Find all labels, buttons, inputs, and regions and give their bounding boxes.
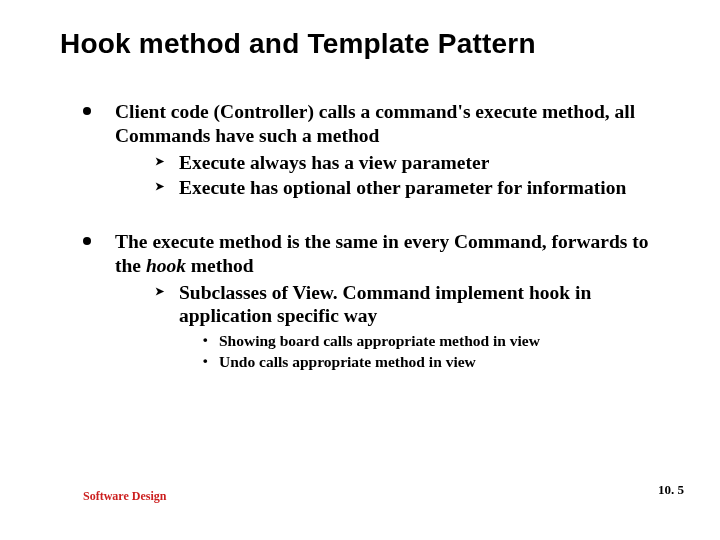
- bullet-2-child-1-text: Subclasses of View. Command implement ho…: [179, 282, 591, 327]
- bullet-2-grandchild-2-text: Undo calls appropriate method in view: [219, 353, 476, 370]
- bullet-1-text: Client code (Controller) calls a command…: [115, 101, 635, 146]
- chevron-icon: ➤: [155, 285, 164, 298]
- bullet-icon: •: [203, 353, 208, 369]
- bullet-icon: •: [203, 332, 208, 348]
- bullet-2-grandchild-1-text: Showing board calls appropriate method i…: [219, 332, 540, 349]
- slide-number: 10. 5: [658, 482, 684, 498]
- bullet-2-grandchildren: • Showing board calls appropriate method…: [115, 332, 663, 372]
- bullet-2-part2: method: [186, 255, 254, 276]
- dot-icon: [83, 237, 91, 245]
- page-title: Hook method and Template Pattern: [60, 28, 536, 60]
- bullet-1: Client code (Controller) calls a command…: [83, 100, 663, 200]
- bullet-2-child-1: ➤ Subclasses of View. Command implement …: [115, 281, 663, 329]
- bullet-1-child-1-text: Execute always has a view parameter: [179, 152, 489, 173]
- bullet-2-grandchild-1: • Showing board calls appropriate method…: [115, 332, 663, 351]
- chevron-icon: ➤: [155, 155, 164, 168]
- chevron-icon: ➤: [155, 180, 164, 193]
- bullet-2-children: ➤ Subclasses of View. Command implement …: [115, 281, 663, 372]
- bullet-2-grandchild-2: • Undo calls appropriate method in view: [115, 353, 663, 372]
- content-body: Client code (Controller) calls a command…: [83, 100, 663, 378]
- bullet-1-child-1: ➤ Execute always has a view parameter: [115, 151, 663, 175]
- bullet-1-child-2: ➤ Execute has optional other parameter f…: [115, 176, 663, 200]
- bullet-1-child-2-text: Execute has optional other parameter for…: [179, 177, 626, 198]
- bullet-2-hook-word: hook: [146, 255, 186, 276]
- footer-left: Software Design: [83, 489, 166, 504]
- slide: Hook method and Template Pattern Client …: [0, 0, 720, 540]
- bullet-1-children: ➤ Execute always has a view parameter ➤ …: [115, 151, 663, 201]
- bullet-2: The execute method is the same in every …: [83, 230, 663, 372]
- dot-icon: [83, 107, 91, 115]
